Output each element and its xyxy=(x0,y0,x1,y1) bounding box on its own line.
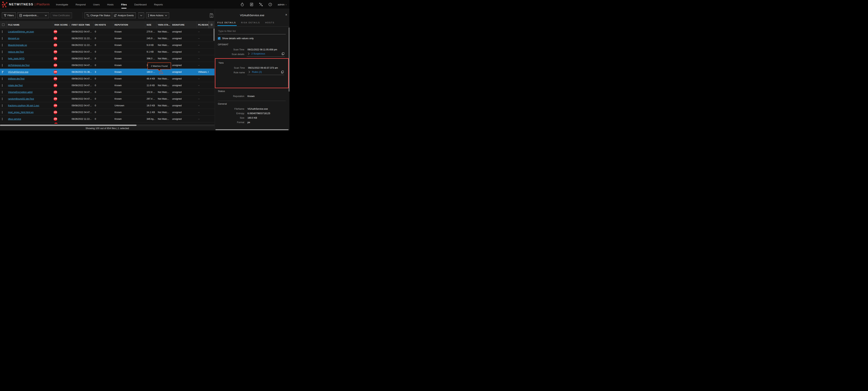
row-checkbox[interactable] xyxy=(2,71,2,73)
column-header-on-hosts[interactable]: ON HOSTS xyxy=(93,21,113,28)
nav-item-users[interactable]: Users xyxy=(93,0,100,9)
copy-icon[interactable] xyxy=(282,52,284,55)
table-row[interactable]: dbus.service10008/26/2022 11:22...0Known… xyxy=(0,116,215,122)
row-checkbox[interactable] xyxy=(2,111,2,114)
row-checkbox[interactable] xyxy=(2,78,2,80)
file-name-link[interactable]: randomBound32.decTest xyxy=(8,97,34,100)
row-checkbox[interactable] xyxy=(2,84,2,87)
table-row[interactable]: reduce.decTest10009/08/2022 04:47...0Kno… xyxy=(0,49,215,55)
table-row[interactable]: fractions.cpython-36.opt-1.pyc10009/08/2… xyxy=(0,102,215,109)
file-name-link[interactable]: dbus.service xyxy=(8,118,21,120)
file-name-link[interactable]: rotate.decTest xyxy=(8,84,23,87)
file-name-link[interactable]: libautoUpgrade.so xyxy=(8,44,27,47)
pe-resources-value: -- xyxy=(197,111,209,114)
column-header-yara-status[interactable]: YARA STA... xyxy=(156,21,171,28)
column-header-first-seen-time[interactable]: FIRST SEEN TIME xyxy=(70,21,93,28)
nav-item-investigate[interactable]: Investigate xyxy=(56,0,68,9)
risk-score-badge: 100 xyxy=(54,77,57,81)
more-actions-button[interactable]: More Actions xyxy=(146,12,169,18)
detail-value: 160.0 KB xyxy=(247,117,257,119)
table-row[interactable]: libnspr4.so10008/26/2022 11:22...0Known2… xyxy=(0,35,215,42)
tab-file-details[interactable]: FILE DETAILS xyxy=(217,22,236,26)
nav-item-respond[interactable]: Respond xyxy=(75,0,86,9)
table-row[interactable]: dsBase.decTest10009/08/2022 04:47...0Kno… xyxy=(0,76,215,82)
chevron-right-icon[interactable] xyxy=(248,71,250,73)
nav-item-hosts[interactable]: Hosts xyxy=(107,0,114,9)
table-vertical-scrollbar[interactable] xyxy=(214,29,215,41)
row-checkbox[interactable] xyxy=(2,104,2,107)
detail-link[interactable]: 2 Suspicious xyxy=(251,52,265,55)
tab-risk-details[interactable]: RISK DETAILS xyxy=(241,22,260,26)
column-header-reputation[interactable]: REPUTATION xyxy=(113,21,145,28)
column-header-file-name[interactable]: FILE NAME xyxy=(7,21,53,28)
table-row[interactable]: VolumeEncryption.adml10009/08/2022 04:47… xyxy=(0,89,215,95)
nav-item-dashboard[interactable]: Dashboard xyxy=(134,0,147,9)
row-checkbox[interactable] xyxy=(2,37,2,40)
detail-value: pe xyxy=(247,121,250,124)
service-selector[interactable]: endpointbrok... xyxy=(17,12,49,18)
row-checkbox[interactable] xyxy=(2,118,2,120)
row-checkbox[interactable] xyxy=(2,51,2,53)
file-name-link[interactable]: VolumeEncryption.adml xyxy=(8,91,32,93)
jobs-icon[interactable] xyxy=(250,3,253,6)
tab-hosts[interactable]: HOSTS xyxy=(265,22,275,26)
column-header-signature[interactable]: SIGNATURE xyxy=(171,21,197,28)
select-all-checkbox[interactable] xyxy=(2,24,4,26)
row-checkbox[interactable] xyxy=(2,91,2,93)
table-row[interactable]: randomBound32.decTest10009/08/2022 04:47… xyxy=(0,95,215,102)
file-name-link[interactable]: dsBase.decTest xyxy=(8,78,25,80)
table-row[interactable]: libautoUpgrade.so10008/26/2022 11:22...0… xyxy=(0,42,215,49)
copy-icon[interactable] xyxy=(281,70,284,73)
row-checkbox[interactable] xyxy=(2,30,2,33)
first-seen-time: 09/08/2022 04:47... xyxy=(70,84,93,87)
filter-list-input[interactable] xyxy=(218,29,286,34)
file-name-link[interactable]: VGAuthService.exe xyxy=(8,71,28,73)
view-certificates-button[interactable]: View Certificates xyxy=(51,12,72,18)
table-row[interactable]: VGAuthService.exe10008/26/2022 01:36...3… xyxy=(0,69,215,76)
help-icon[interactable]: ? xyxy=(268,3,272,6)
panel-horizontal-scrollbar[interactable] xyxy=(215,129,288,130)
change-file-status-button[interactable]: Change File Status xyxy=(85,12,112,18)
user-menu[interactable]: admin› xyxy=(278,3,286,6)
column-settings-button[interactable] xyxy=(209,21,215,28)
signature-value: unsigned xyxy=(171,30,197,33)
row-checkbox[interactable] xyxy=(2,57,2,60)
file-name-link[interactable]: dqToIntegral.decTest xyxy=(8,64,29,67)
table-horizontal-scrollbar[interactable] xyxy=(0,124,215,126)
column-header-risk-score[interactable]: RISK SCORE↓ xyxy=(53,21,70,28)
nav-item-reports[interactable]: Reports xyxy=(154,0,163,9)
file-name-link[interactable]: LocalizedStrings_en.json xyxy=(8,30,34,33)
timer-icon[interactable] xyxy=(240,3,244,6)
table-row[interactable]: help_topic.MYD10009/08/2022 04:47...0Kno… xyxy=(0,55,215,62)
reputation-value: Known xyxy=(113,111,145,114)
signature-value: unsigned xyxy=(171,37,197,40)
save-view-icon[interactable] xyxy=(210,13,213,18)
file-name-link[interactable]: reduce.decTest xyxy=(8,51,24,53)
file-name-link[interactable]: mod_proxy_html.html.en xyxy=(8,111,34,114)
analyze-events-button[interactable]: Analyze Events xyxy=(112,12,136,18)
file-name-link[interactable]: libnspr4.so xyxy=(8,37,19,40)
values-only-checkbox[interactable] xyxy=(218,37,220,40)
table-row[interactable]: mod_proxy_html.html.en10009/08/2022 04:4… xyxy=(0,109,215,116)
brand[interactable]: NETWITNESS | Platform xyxy=(2,1,50,7)
analyze-events-menu-button[interactable] xyxy=(138,12,144,18)
table-row[interactable]: rotate.decTest10009/08/2022 04:47...0Kno… xyxy=(0,82,215,89)
row-checkbox[interactable] xyxy=(2,44,2,47)
sort-desc-icon: ↓ xyxy=(69,24,70,26)
tools-icon[interactable] xyxy=(259,3,263,6)
detail-link[interactable]: Rules (2) xyxy=(252,70,262,73)
chevron-right-icon[interactable] xyxy=(248,53,250,55)
scrollbar-thumb[interactable] xyxy=(0,125,136,126)
file-name-link[interactable]: fractions.cpython-36.opt-1.pyc xyxy=(8,104,39,107)
filters-button[interactable]: Filters xyxy=(2,12,16,18)
row-checkbox[interactable] xyxy=(2,97,2,100)
file-name-link[interactable]: help_topic.MYD xyxy=(8,57,25,60)
panel-vertical-scrollbar[interactable] xyxy=(289,27,289,92)
row-checkbox[interactable] xyxy=(2,64,2,67)
column-header-pe-resources[interactable]: PE.RESOUI xyxy=(197,21,209,28)
close-icon[interactable]: × xyxy=(285,13,287,16)
nav-item-files[interactable]: Files xyxy=(121,0,127,9)
table-row[interactable]: LocalizedStrings_en.json10009/08/2022 04… xyxy=(0,28,215,35)
column-header-size[interactable]: SIZE xyxy=(145,21,156,28)
table-row[interactable]: dqToIntegral.decTest10009/08/2022 04:47.… xyxy=(0,62,215,69)
